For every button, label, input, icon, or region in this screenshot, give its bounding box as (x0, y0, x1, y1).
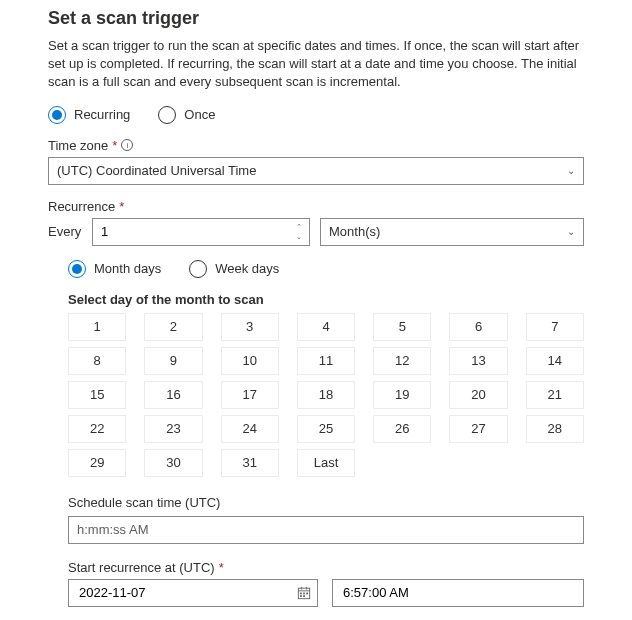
start-time-field[interactable] (341, 584, 575, 601)
day-cell-last[interactable]: Last (297, 449, 355, 477)
day-grid: 1234567891011121314151617181920212223242… (68, 313, 584, 477)
week-days-radio[interactable]: Week days (189, 260, 279, 278)
once-radio[interactable]: Once (158, 106, 215, 124)
schedule-time-field[interactable] (77, 522, 575, 537)
timezone-select[interactable]: (UTC) Coordinated Universal Time ⌄ (48, 157, 584, 185)
radio-circle-icon (68, 260, 86, 278)
day-cell-8[interactable]: 8 (68, 347, 126, 375)
svg-rect-8 (303, 595, 305, 597)
day-cell-24[interactable]: 24 (221, 415, 279, 443)
day-cell-15[interactable]: 15 (68, 381, 126, 409)
day-cell-13[interactable]: 13 (449, 347, 507, 375)
start-date-input[interactable] (68, 579, 318, 607)
day-cell-3[interactable]: 3 (221, 313, 279, 341)
info-icon[interactable]: i (121, 139, 133, 151)
chevron-down-icon: ⌄ (567, 165, 575, 176)
day-cell-29[interactable]: 29 (68, 449, 126, 477)
day-cell-23[interactable]: 23 (144, 415, 202, 443)
start-time-input[interactable] (332, 579, 584, 607)
day-cell-9[interactable]: 9 (144, 347, 202, 375)
page-description: Set a scan trigger to run the scan at sp… (48, 37, 584, 92)
day-cell-18[interactable]: 18 (297, 381, 355, 409)
month-days-radio[interactable]: Month days (68, 260, 161, 278)
radio-circle-icon (158, 106, 176, 124)
trigger-type-radio-group: Recurring Once (48, 106, 584, 124)
recurrence-label: Recurrence* (48, 199, 584, 214)
day-cell-22[interactable]: 22 (68, 415, 126, 443)
radio-circle-icon (189, 260, 207, 278)
every-number-field[interactable] (93, 219, 309, 245)
week-days-label: Week days (215, 261, 279, 276)
day-cell-19[interactable]: 19 (373, 381, 431, 409)
day-cell-27[interactable]: 27 (449, 415, 507, 443)
day-cell-5[interactable]: 5 (373, 313, 431, 341)
recurring-radio[interactable]: Recurring (48, 106, 130, 124)
schedule-time-label: Schedule scan time (UTC) (68, 495, 584, 510)
schedule-time-input[interactable] (68, 516, 584, 544)
day-cell-6[interactable]: 6 (449, 313, 507, 341)
day-cell-25[interactable]: 25 (297, 415, 355, 443)
start-date-field[interactable] (77, 584, 297, 601)
recurrence-unit-select[interactable]: Month(s) ⌄ (320, 218, 584, 246)
svg-rect-4 (300, 592, 302, 594)
every-label: Every (48, 224, 82, 239)
select-day-label: Select day of the month to scan (68, 292, 584, 307)
chevron-down-icon: ⌄ (567, 226, 575, 237)
svg-rect-5 (303, 592, 305, 594)
once-radio-label: Once (184, 107, 215, 122)
timezone-label: Time zone* i (48, 138, 584, 153)
spinner-down-icon[interactable]: ⌄ (291, 232, 307, 242)
day-cell-12[interactable]: 12 (373, 347, 431, 375)
day-cell-26[interactable]: 26 (373, 415, 431, 443)
day-cell-2[interactable]: 2 (144, 313, 202, 341)
spinner-up-icon[interactable]: ⌃ (291, 222, 307, 232)
day-cell-20[interactable]: 20 (449, 381, 507, 409)
radio-circle-icon (48, 106, 66, 124)
day-cell-11[interactable]: 11 (297, 347, 355, 375)
day-mode-radio-group: Month days Week days (68, 260, 584, 278)
day-cell-17[interactable]: 17 (221, 381, 279, 409)
calendar-icon[interactable] (297, 586, 311, 600)
month-days-label: Month days (94, 261, 161, 276)
svg-rect-6 (306, 592, 308, 594)
day-cell-14[interactable]: 14 (526, 347, 584, 375)
day-cell-1[interactable]: 1 (68, 313, 126, 341)
day-cell-31[interactable]: 31 (221, 449, 279, 477)
recurrence-unit-value: Month(s) (329, 224, 380, 239)
start-recurrence-label: Start recurrence at (UTC)* (68, 560, 584, 575)
day-cell-7[interactable]: 7 (526, 313, 584, 341)
day-cell-10[interactable]: 10 (221, 347, 279, 375)
day-cell-21[interactable]: 21 (526, 381, 584, 409)
day-cell-4[interactable]: 4 (297, 313, 355, 341)
timezone-value: (UTC) Coordinated Universal Time (57, 163, 256, 178)
every-number-input[interactable]: ⌃ ⌄ (92, 218, 310, 246)
page-title: Set a scan trigger (48, 8, 584, 29)
recurring-radio-label: Recurring (74, 107, 130, 122)
day-cell-16[interactable]: 16 (144, 381, 202, 409)
day-cell-28[interactable]: 28 (526, 415, 584, 443)
day-cell-30[interactable]: 30 (144, 449, 202, 477)
svg-rect-7 (300, 595, 302, 597)
